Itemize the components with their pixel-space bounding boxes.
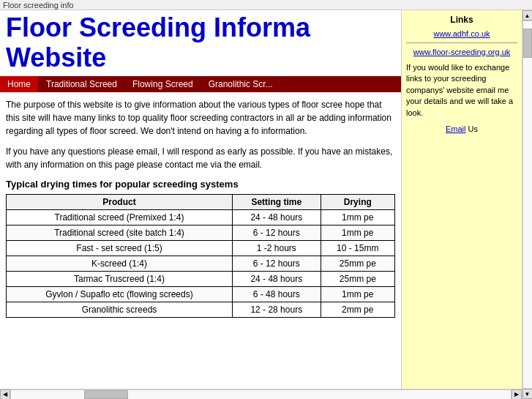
scroll-thumb-vertical[interactable] bbox=[523, 29, 532, 58]
table-header-drying: Drying bbox=[321, 194, 394, 209]
sidebar-link-2[interactable]: www.floor-screeding.org.uk bbox=[406, 48, 517, 56]
sidebar-email-area: Email Us bbox=[406, 124, 517, 133]
table-cell-6-0: Granolithic screeds bbox=[7, 302, 233, 317]
table-row: Traditional screed (Premixed 1:4)24 - 48… bbox=[7, 209, 395, 225]
table-cell-4-0: Tarmac Truscreed (1:4) bbox=[7, 271, 233, 286]
sidebar-links-title: Links bbox=[406, 15, 517, 25]
table-cell-5-1: 6 - 48 hours bbox=[232, 286, 321, 302]
nav-home[interactable]: Home bbox=[0, 76, 39, 92]
table-header-product: Product bbox=[7, 194, 233, 209]
table-cell-6-2: 2mm pe bbox=[321, 302, 394, 317]
vertical-scrollbar[interactable]: ▲ ▼ bbox=[522, 10, 532, 399]
table-row: Traditional screed (site batch 1:4)6 - 1… bbox=[7, 225, 395, 240]
table-cell-1-1: 6 - 12 hours bbox=[232, 225, 321, 240]
table-row: Granolithic screeds12 - 28 hours2mm pe bbox=[7, 302, 395, 317]
browser-title-text: Floor screeding info bbox=[3, 1, 74, 10]
table-cell-3-1: 6 - 12 hours bbox=[232, 256, 321, 271]
table-header-setting-time: Setting time bbox=[232, 194, 321, 209]
sidebar-email-link[interactable]: Email bbox=[446, 124, 466, 133]
table-cell-2-0: Fast - set screed (1:5) bbox=[7, 240, 233, 256]
nav-flowing-screed[interactable]: Flowing Screed bbox=[125, 76, 201, 92]
browser-title-bar: Floor screeding info bbox=[0, 0, 532, 10]
table-cell-4-1: 24 - 48 hours bbox=[232, 271, 321, 286]
table-cell-1-0: Traditional screed (site batch 1:4) bbox=[7, 225, 233, 240]
table-cell-3-0: K-screed (1:4) bbox=[7, 256, 233, 271]
table-cell-1-2: 1mm pe bbox=[321, 225, 394, 240]
horizontal-scrollbar[interactable]: ◀ ▶ bbox=[0, 389, 522, 399]
navigation-bar: Home Traditional Screed Flowing Screed G… bbox=[0, 76, 401, 92]
intro-paragraph-2: If you have any questions please email, … bbox=[0, 145, 401, 171]
table-cell-0-2: 1mm pe bbox=[321, 209, 394, 225]
table-row: Gyvlon / Supaflo etc (flowing screeds)6 … bbox=[7, 286, 395, 302]
scroll-up-arrow[interactable]: ▲ bbox=[522, 10, 533, 20]
scroll-right-arrow[interactable]: ▶ bbox=[512, 389, 522, 400]
scroll-track-vertical[interactable] bbox=[522, 20, 533, 389]
drying-times-table: Product Setting time Drying Traditional … bbox=[6, 194, 395, 318]
sidebar-link-1[interactable]: www.adhf.co.uk bbox=[406, 29, 517, 38]
intro-paragraph-1: The purpose of this website is to give i… bbox=[0, 98, 401, 138]
scroll-track-horizontal[interactable] bbox=[10, 389, 512, 400]
scroll-left-arrow[interactable]: ◀ bbox=[0, 389, 10, 400]
sidebar-exchange-text: If you would like to exchange links to y… bbox=[406, 62, 517, 119]
table-cell-2-1: 1 -2 hours bbox=[232, 240, 321, 256]
table-row: Fast - set screed (1:5)1 -2 hours10 - 15… bbox=[7, 240, 395, 256]
table-cell-5-2: 1mm pe bbox=[321, 286, 394, 302]
nav-traditional-screed[interactable]: Traditional Screed bbox=[39, 76, 125, 92]
scroll-thumb-horizontal[interactable] bbox=[84, 390, 128, 399]
table-cell-0-0: Traditional screed (Premixed 1:4) bbox=[7, 209, 233, 225]
table-row: K-screed (1:4)6 - 12 hours25mm pe bbox=[7, 256, 395, 271]
page-title-line1: Floor Screeding Informa bbox=[0, 10, 401, 42]
table-cell-2-2: 10 - 15mm bbox=[321, 240, 394, 256]
sidebar-us-text: Us bbox=[468, 124, 478, 133]
right-sidebar: Links www.adhf.co.uk www.floor-screeding… bbox=[401, 10, 522, 389]
table-row: Tarmac Truscreed (1:4)24 - 48 hours25mm … bbox=[7, 271, 395, 286]
table-cell-3-2: 25mm pe bbox=[321, 256, 394, 271]
table-cell-5-0: Gyvlon / Supaflo etc (flowing screeds) bbox=[7, 286, 233, 302]
table-cell-0-1: 24 - 48 hours bbox=[232, 209, 321, 225]
sidebar-divider-1 bbox=[406, 42, 517, 43]
table-section-title: Typical drying times for popular screedi… bbox=[0, 179, 401, 190]
main-content: Floor Screeding Informa Website Home Tra… bbox=[0, 10, 522, 389]
page-title-line2: Website bbox=[0, 42, 401, 76]
nav-granolithic-screed[interactable]: Granolithic Scr... bbox=[201, 76, 281, 92]
scroll-down-arrow[interactable]: ▼ bbox=[522, 389, 533, 399]
table-cell-6-1: 12 - 28 hours bbox=[232, 302, 321, 317]
left-panel: Floor Screeding Informa Website Home Tra… bbox=[0, 10, 401, 389]
table-cell-4-2: 25mm pe bbox=[321, 271, 394, 286]
